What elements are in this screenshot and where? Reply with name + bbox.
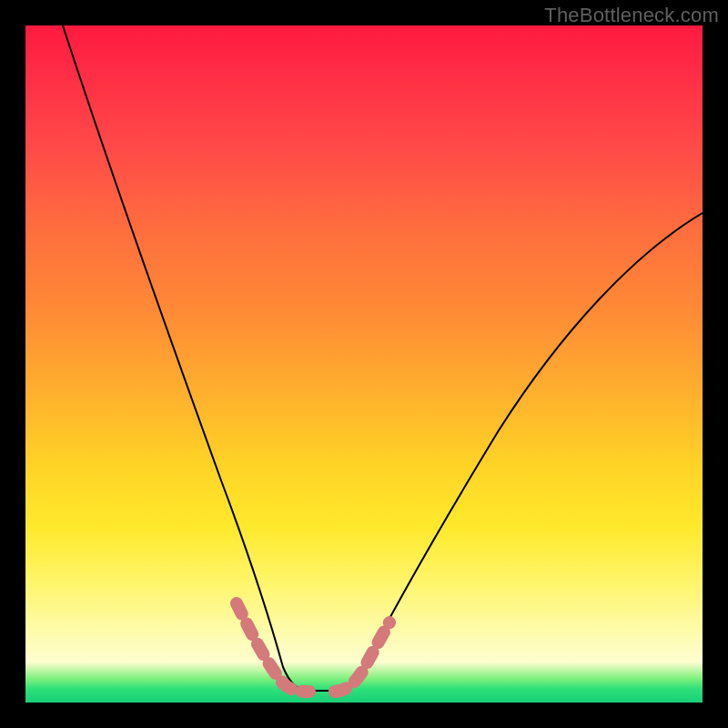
- marker-right: [335, 622, 389, 692]
- bottleneck-curve: [63, 25, 703, 691]
- marker-left: [237, 603, 309, 692]
- chart-frame: TheBottleneck.com: [0, 0, 728, 728]
- plot-area: [25, 25, 703, 703]
- watermark-text: TheBottleneck.com: [544, 4, 719, 27]
- curve-layer: [25, 25, 703, 703]
